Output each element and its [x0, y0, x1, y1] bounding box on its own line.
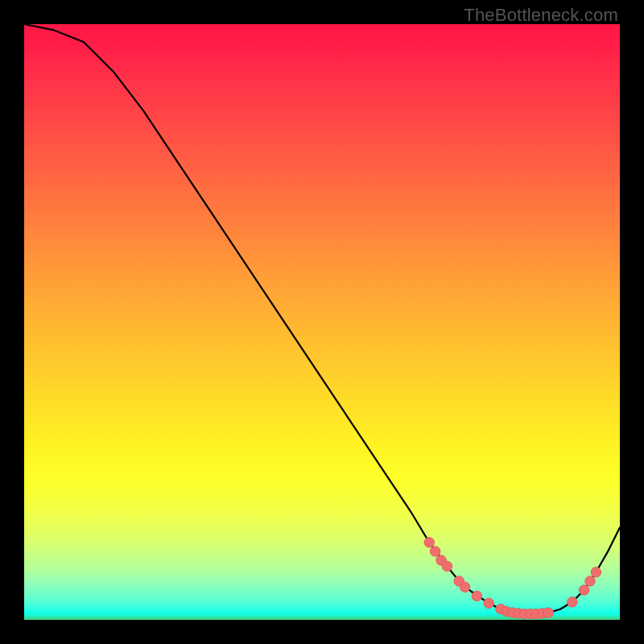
bottleneck-curve	[24, 24, 620, 614]
curve-marker	[430, 547, 440, 556]
curve-markers	[424, 538, 601, 619]
curve-marker	[424, 538, 434, 547]
curve-marker	[460, 582, 469, 592]
curve-svg	[24, 24, 620, 620]
plot-area	[24, 24, 620, 620]
curve-marker	[484, 598, 493, 608]
curve-marker	[579, 585, 588, 595]
curve-marker	[591, 568, 601, 577]
curve-marker	[568, 597, 577, 607]
watermark-text: TheBottleneck.com	[464, 5, 618, 26]
chart-root: TheBottleneck.com	[0, 0, 644, 644]
curve-marker	[543, 608, 553, 617]
curve-marker	[585, 576, 595, 586]
curve-marker	[472, 591, 481, 601]
curve-marker	[442, 561, 452, 571]
